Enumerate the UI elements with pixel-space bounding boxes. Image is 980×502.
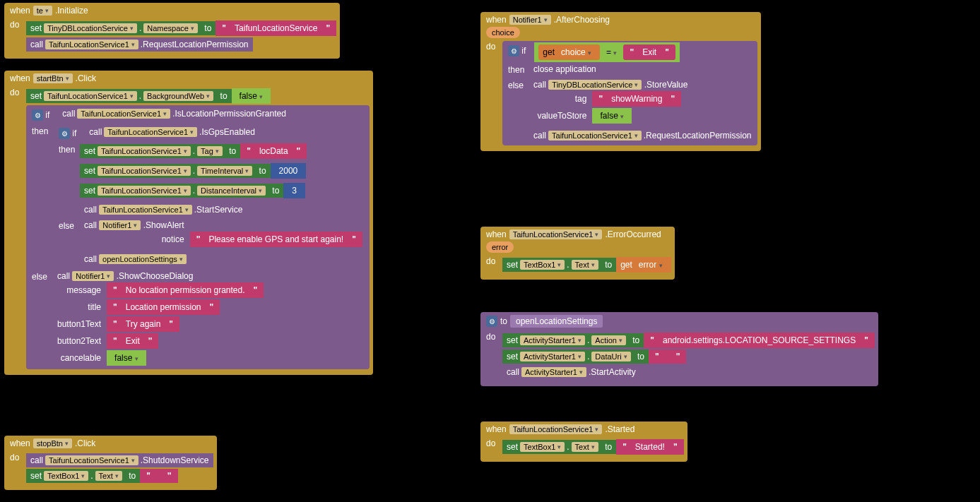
event-erroroccurred[interactable]: when TaifunLocationService1▾ .ErrorOccur… bbox=[480, 227, 675, 280]
event-started[interactable]: when TaifunLocationService1▾ .Started do… bbox=[480, 422, 687, 462]
call-storevalue[interactable]: call TinyDBLocationService▾ .StoreValue … bbox=[529, 78, 756, 126]
gear-icon[interactable] bbox=[508, 45, 519, 56]
component-dropdown[interactable]: Notifier1▾ bbox=[509, 15, 551, 25]
component-dropdown[interactable]: TaifunLocationService1▾ bbox=[509, 424, 603, 434]
component-dropdown[interactable]: te▾ bbox=[33, 6, 52, 16]
event-text: .Initialize bbox=[55, 6, 88, 16]
set-textbox-started[interactable]: set TextBox1▾. Text▾ to "Started!" bbox=[502, 439, 684, 455]
do-label: do bbox=[7, 18, 24, 31]
event-te-initialize[interactable]: when te▾ .Initialize do set TinyDBLocati… bbox=[4, 3, 340, 59]
close-application[interactable]: close application bbox=[529, 62, 601, 76]
if-choice-exit[interactable]: if get choice ▾ = ▾ "Exit" then close ap… bbox=[502, 41, 757, 145]
set-namespace-row[interactable]: set TinyDBLocationService▾. Namespace▾ t… bbox=[26, 20, 336, 36]
event-startbtn-click[interactable]: when startBtn▾ .Click do set TaifunLocat… bbox=[4, 71, 373, 375]
event-stopbtn-click[interactable]: when stopBtn▾ .Click do call TaifunLocat… bbox=[4, 436, 217, 490]
call-request-permission[interactable]: call TaifunLocationService1▾ .RequestLoc… bbox=[26, 37, 336, 52]
component-dropdown[interactable]: stopBtn▾ bbox=[33, 438, 72, 448]
when-label: when bbox=[10, 6, 30, 16]
set-textbox-error[interactable]: set TextBox1▾. Text▾ to get error ▾ bbox=[502, 257, 671, 273]
gear-icon[interactable] bbox=[32, 109, 43, 121]
event-notifier-afterchoosing[interactable]: when Notifier1▾ .AfterChoosing choice do… bbox=[480, 12, 761, 151]
procedure-openlocationsettings[interactable]: to openLocationSettings do set ActivityS… bbox=[480, 312, 878, 386]
call-shutdown-row[interactable]: call TaifunLocationService1▾ .ShutdownSe… bbox=[26, 453, 213, 467]
if-permission-granted[interactable]: if call TaifunLocationService1▾ .IsLocat… bbox=[26, 105, 370, 369]
set-textbox-row[interactable]: set TextBox1▾. Text▾ to "" bbox=[26, 469, 213, 483]
component-dropdown[interactable]: TaifunLocationService1▾ bbox=[509, 229, 603, 239]
param-choice[interactable]: choice bbox=[486, 27, 520, 38]
param-error[interactable]: error bbox=[486, 241, 514, 253]
gear-icon[interactable] bbox=[59, 128, 70, 139]
if-gps-enabled[interactable]: if call TaifunLocationService1▾ .IsGpsEn… bbox=[53, 124, 368, 269]
gear-icon[interactable] bbox=[486, 316, 497, 327]
set-backgroundweb-row[interactable]: set TaifunLocationService1▾. BackgroundW… bbox=[26, 88, 370, 104]
call-showchoosedialog[interactable]: call Notifier1▾ .ShowChooseDialog messag… bbox=[53, 269, 268, 368]
component-dropdown[interactable]: startBtn▾ bbox=[33, 73, 73, 83]
